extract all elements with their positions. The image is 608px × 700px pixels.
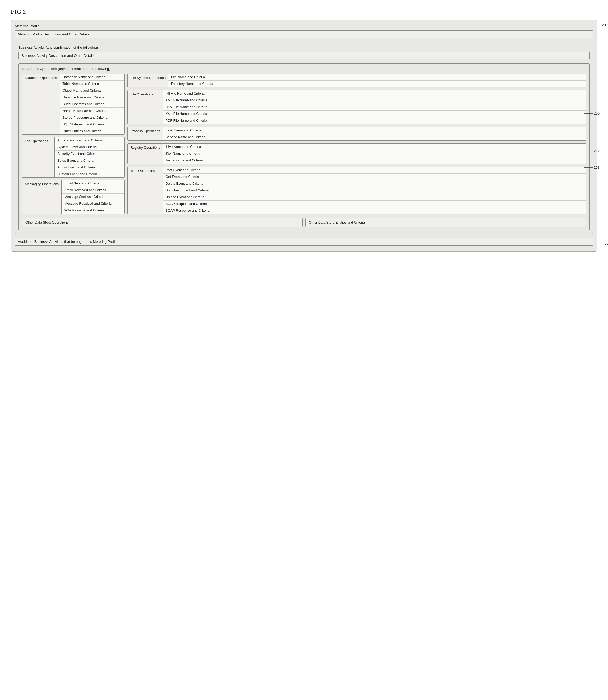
list-item: Security Event and Criteria — [55, 151, 125, 157]
list-item: Setup Event and Criteria — [55, 157, 125, 164]
list-item: Email Sent and Criteria — [62, 180, 125, 187]
web-ops-block: Web Operations Post Event and Criteria G… — [127, 167, 586, 214]
list-item: Application Event and Criteria — [55, 137, 125, 144]
metering-profile-description: Metering Profile Description and Other D… — [15, 30, 593, 38]
right-column: 200 202 203 File System Operations — [127, 74, 586, 216]
registry-ops-block: Registry Operations Hive Name and Criter… — [127, 143, 586, 164]
data-store-area: Data Store Operations (any combination o… — [18, 63, 590, 230]
left-column: Database Operations Database Name and Cr… — [22, 74, 125, 216]
list-item: Buffer Contents and Criteria — [60, 101, 125, 108]
list-item: Email Received and Criteria — [62, 187, 125, 194]
process-ops-label: Process Operations — [128, 127, 163, 140]
list-item: Download Event and Criteria — [163, 187, 586, 194]
list-item: Data File Name and Criteria — [60, 94, 125, 101]
ref-204: 204 — [595, 244, 608, 248]
log-ops-items: Application Event and Criteria System Ev… — [55, 137, 125, 177]
list-item: System Event and Criteria — [55, 144, 125, 151]
outer-container: 201 Metering Profile Metering Profile De… — [11, 20, 597, 252]
list-item: Upload Event and Criteria — [163, 194, 586, 201]
web-ops-items: Post Event and Criteria Get Event and Cr… — [163, 167, 586, 214]
list-item: CSV File Name and Criteria — [163, 104, 586, 111]
file-ops-label: File Operations — [128, 90, 163, 124]
business-activity-label: Business Activity (any combination of th… — [18, 45, 590, 50]
bottom-row: Other Data Store Operations Other Data S… — [22, 218, 586, 227]
list-item: Wiki Message and Criteria — [62, 207, 125, 214]
file-system-ops-label: File System Operations — [128, 74, 169, 87]
process-ops-block: Process Operations Task Name and Criteri… — [127, 127, 586, 141]
list-item: Stored Procedure and Criteria — [60, 114, 125, 121]
metering-profile-label: Metering Profile — [15, 24, 593, 28]
additional-business-activities: Additional Business Activities that belo… — [15, 238, 593, 246]
list-item: Custom Event and Criteria — [55, 171, 125, 177]
database-ops-items: Database Name and Criteria Table Name an… — [60, 74, 125, 134]
list-item: XML File Name and Criteria — [163, 111, 586, 117]
ref-200: 200 — [585, 111, 600, 115]
log-ops-label: Log Operations — [22, 137, 55, 177]
list-item: Directory Name and Criteria — [169, 81, 586, 87]
list-item: Delete Event and Criteria — [163, 180, 586, 187]
registry-ops-label: Registry Operations — [128, 143, 163, 163]
list-item: Value Name and Criteria — [163, 157, 586, 163]
other-data-store-entities: Other Data Store Entities and Criteria — [305, 218, 586, 227]
list-item: SOAP Response and Criteria — [163, 207, 586, 214]
file-system-ops-block: File System Operations File Name and Cri… — [127, 74, 586, 88]
list-item: Hive Name and Criteria — [163, 143, 586, 150]
list-item: Post Event and Criteria — [163, 167, 586, 174]
list-item: Table Name and Criteria — [60, 81, 125, 88]
business-activity-description: Business Activity Description and Other … — [18, 52, 590, 59]
file-ops-items: INI File Name and Criteria XML File Name… — [163, 90, 586, 124]
list-item: Database Name and Criteria — [60, 74, 125, 81]
file-ops-block: File Operations INI File Name and Criter… — [127, 90, 586, 124]
registry-ops-items: Hive Name and Criteria Key Name and Crit… — [163, 143, 586, 163]
log-ops-block: Log Operations Application Event and Cri… — [22, 137, 125, 178]
ref-202: 202 — [585, 149, 600, 153]
messaging-ops-block: Messaging Operations Email Sent and Crit… — [22, 180, 125, 214]
messaging-ops-label: Messaging Operations — [22, 180, 62, 214]
database-ops-label: Database Operations — [22, 74, 60, 134]
file-system-ops-items: File Name and Criteria Directory Name an… — [169, 74, 586, 87]
messaging-ops-items: Email Sent and Criteria Email Received a… — [62, 180, 125, 214]
database-ops-block: Database Operations Database Name and Cr… — [22, 74, 125, 135]
list-item: File Name and Criteria — [169, 74, 586, 81]
list-item: Message Sent and Criteria — [62, 194, 125, 200]
data-store-label: Data Store Operations (any combination o… — [22, 67, 586, 71]
ref-203: 203 — [585, 166, 600, 170]
list-item: XML File Name and Criteria — [163, 97, 586, 104]
list-item: Get Event and Criteria — [163, 174, 586, 180]
ref-201: 201 — [593, 23, 608, 27]
web-ops-label: Web Operations — [128, 167, 163, 214]
fig-title: FIG 2 — [11, 8, 597, 15]
list-item: Name-Value Pair and Criteria — [60, 108, 125, 114]
list-item: Key Name and Criteria — [163, 150, 586, 157]
list-item: Service Name and Criteria — [163, 134, 586, 140]
list-item: SQL Statement and Criteria — [60, 121, 125, 128]
list-item: Admin Event and Criteria — [55, 164, 125, 171]
list-item: INI File Name and Criteria — [163, 90, 586, 97]
process-ops-items: Task Name and Criteria Service Name and … — [163, 127, 586, 140]
main-grid: Database Operations Database Name and Cr… — [22, 74, 586, 216]
list-item: SOAP Request and Criteria — [163, 201, 586, 207]
list-item: Message Received and Criteria — [62, 200, 125, 207]
list-item: Object Name and Criteria — [60, 88, 125, 94]
list-item: PDF File Name and Criteria — [163, 117, 586, 124]
other-data-store-ops: Other Data Store Operations — [22, 218, 303, 227]
list-item: Other Entities and Criteria — [60, 128, 125, 134]
list-item: Task Name and Criteria — [163, 127, 586, 134]
business-activity-area: Business Activity (any combination of th… — [15, 42, 593, 234]
